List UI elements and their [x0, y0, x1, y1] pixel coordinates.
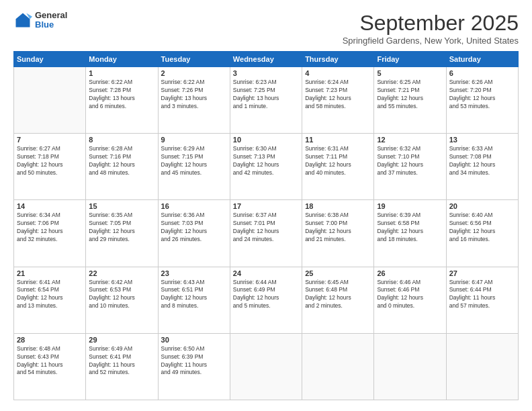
day-number: 24	[233, 269, 299, 277]
calendar-cell: 24Sunrise: 6:44 AMSunset: 6:49 PMDayligh…	[230, 267, 302, 333]
cell-info: Sunrise: 6:22 AMSunset: 7:28 PMDaylight:…	[89, 79, 154, 111]
cell-info: Sunrise: 6:27 AMSunset: 7:18 PMDaylight:…	[17, 145, 83, 177]
day-number: 12	[377, 136, 443, 144]
day-number: 14	[17, 202, 83, 210]
calendar-week-row: 7Sunrise: 6:27 AMSunset: 7:18 PMDaylight…	[14, 134, 519, 200]
location: Springfield Gardens, New York, United St…	[343, 36, 519, 46]
calendar-week-row: 21Sunrise: 6:41 AMSunset: 6:54 PMDayligh…	[14, 267, 519, 333]
day-number: 4	[305, 69, 371, 77]
weekday-header: Wednesday	[230, 52, 302, 67]
logo-text: General Blue	[35, 11, 67, 30]
logo-general: General	[35, 11, 67, 20]
cell-info: Sunrise: 6:26 AMSunset: 7:20 PMDaylight:…	[449, 79, 515, 111]
day-number: 21	[17, 269, 83, 277]
calendar-cell: 17Sunrise: 6:37 AMSunset: 7:01 PMDayligh…	[230, 200, 302, 267]
cell-info: Sunrise: 6:44 AMSunset: 6:49 PMDaylight:…	[233, 279, 299, 311]
day-number: 6	[449, 69, 515, 77]
weekday-header: Sunday	[14, 52, 86, 67]
day-number: 20	[449, 202, 515, 210]
cell-info: Sunrise: 6:22 AMSunset: 7:26 PMDaylight:…	[161, 79, 227, 111]
calendar-cell	[302, 333, 374, 400]
calendar-cell: 9Sunrise: 6:29 AMSunset: 7:15 PMDaylight…	[158, 134, 230, 200]
cell-info: Sunrise: 6:35 AMSunset: 7:05 PMDaylight:…	[89, 212, 154, 244]
day-number: 9	[161, 136, 227, 144]
logo-icon	[13, 11, 32, 30]
weekday-header: Saturday	[446, 52, 518, 67]
day-number: 15	[89, 202, 154, 210]
calendar-cell: 21Sunrise: 6:41 AMSunset: 6:54 PMDayligh…	[14, 267, 86, 333]
day-number: 25	[305, 269, 371, 277]
day-number: 29	[89, 336, 154, 344]
calendar-cell: 3Sunrise: 6:23 AMSunset: 7:25 PMDaylight…	[230, 67, 302, 134]
day-number: 19	[377, 202, 443, 210]
cell-info: Sunrise: 6:50 AMSunset: 6:39 PMDaylight:…	[161, 345, 227, 377]
day-number: 26	[377, 269, 443, 277]
cell-info: Sunrise: 6:23 AMSunset: 7:25 PMDaylight:…	[233, 79, 299, 111]
weekday-header: Tuesday	[158, 52, 230, 67]
calendar-cell: 22Sunrise: 6:42 AMSunset: 6:53 PMDayligh…	[86, 267, 158, 333]
page: General Blue September 2025 Springfield …	[0, 0, 532, 411]
calendar-cell: 16Sunrise: 6:36 AMSunset: 7:03 PMDayligh…	[158, 200, 230, 267]
day-number: 27	[449, 269, 515, 277]
day-number: 11	[305, 136, 371, 144]
day-number: 17	[233, 202, 299, 210]
calendar-cell: 12Sunrise: 6:32 AMSunset: 7:10 PMDayligh…	[374, 134, 446, 200]
cell-info: Sunrise: 6:49 AMSunset: 6:41 PMDaylight:…	[89, 345, 154, 377]
cell-info: Sunrise: 6:48 AMSunset: 6:43 PMDaylight:…	[17, 345, 83, 377]
cell-info: Sunrise: 6:37 AMSunset: 7:01 PMDaylight:…	[233, 212, 299, 244]
cell-info: Sunrise: 6:36 AMSunset: 7:03 PMDaylight:…	[161, 212, 227, 244]
calendar-cell: 28Sunrise: 6:48 AMSunset: 6:43 PMDayligh…	[14, 333, 86, 400]
calendar-cell: 27Sunrise: 6:47 AMSunset: 6:44 PMDayligh…	[446, 267, 518, 333]
day-number: 23	[161, 269, 227, 277]
calendar-cell: 13Sunrise: 6:33 AMSunset: 7:08 PMDayligh…	[446, 134, 518, 200]
month-title: September 2025	[343, 11, 519, 36]
weekday-header: Friday	[374, 52, 446, 67]
day-number: 5	[377, 69, 443, 77]
weekday-header-row: SundayMondayTuesdayWednesdayThursdayFrid…	[14, 52, 519, 67]
calendar-cell	[230, 333, 302, 400]
day-number: 28	[17, 336, 83, 344]
calendar-cell: 30Sunrise: 6:50 AMSunset: 6:39 PMDayligh…	[158, 333, 230, 400]
logo: General Blue	[13, 11, 67, 30]
day-number: 30	[161, 336, 227, 344]
cell-info: Sunrise: 6:31 AMSunset: 7:11 PMDaylight:…	[305, 145, 371, 177]
day-number: 2	[161, 69, 227, 77]
calendar-cell	[14, 67, 86, 134]
calendar-cell: 18Sunrise: 6:38 AMSunset: 7:00 PMDayligh…	[302, 200, 374, 267]
calendar-cell: 29Sunrise: 6:49 AMSunset: 6:41 PMDayligh…	[86, 333, 158, 400]
day-number: 1	[89, 69, 154, 77]
logo-blue: Blue	[35, 20, 67, 30]
day-number: 7	[17, 136, 83, 144]
calendar-cell: 4Sunrise: 6:24 AMSunset: 7:23 PMDaylight…	[302, 67, 374, 134]
calendar-cell	[374, 333, 446, 400]
calendar-cell: 25Sunrise: 6:45 AMSunset: 6:48 PMDayligh…	[302, 267, 374, 333]
cell-info: Sunrise: 6:46 AMSunset: 6:46 PMDaylight:…	[377, 279, 443, 311]
calendar-cell: 10Sunrise: 6:30 AMSunset: 7:13 PMDayligh…	[230, 134, 302, 200]
day-number: 10	[233, 136, 299, 144]
cell-info: Sunrise: 6:34 AMSunset: 7:06 PMDaylight:…	[17, 212, 83, 244]
calendar-cell: 5Sunrise: 6:25 AMSunset: 7:21 PMDaylight…	[374, 67, 446, 134]
cell-info: Sunrise: 6:28 AMSunset: 7:16 PMDaylight:…	[89, 145, 154, 177]
title-block: September 2025 Springfield Gardens, New …	[343, 11, 519, 46]
cell-info: Sunrise: 6:42 AMSunset: 6:53 PMDaylight:…	[89, 279, 154, 311]
calendar-cell: 20Sunrise: 6:40 AMSunset: 6:56 PMDayligh…	[446, 200, 518, 267]
calendar-cell: 2Sunrise: 6:22 AMSunset: 7:26 PMDaylight…	[158, 67, 230, 134]
cell-info: Sunrise: 6:33 AMSunset: 7:08 PMDaylight:…	[449, 145, 515, 177]
cell-info: Sunrise: 6:25 AMSunset: 7:21 PMDaylight:…	[377, 79, 443, 111]
cell-info: Sunrise: 6:39 AMSunset: 6:58 PMDaylight:…	[377, 212, 443, 244]
cell-info: Sunrise: 6:32 AMSunset: 7:10 PMDaylight:…	[377, 145, 443, 177]
cell-info: Sunrise: 6:43 AMSunset: 6:51 PMDaylight:…	[161, 279, 227, 311]
calendar-cell	[446, 333, 518, 400]
calendar-cell: 23Sunrise: 6:43 AMSunset: 6:51 PMDayligh…	[158, 267, 230, 333]
weekday-header: Monday	[86, 52, 158, 67]
cell-info: Sunrise: 6:38 AMSunset: 7:00 PMDaylight:…	[305, 212, 371, 244]
calendar-week-row: 1Sunrise: 6:22 AMSunset: 7:28 PMDaylight…	[14, 67, 519, 134]
calendar-cell: 1Sunrise: 6:22 AMSunset: 7:28 PMDaylight…	[86, 67, 158, 134]
calendar-cell: 15Sunrise: 6:35 AMSunset: 7:05 PMDayligh…	[86, 200, 158, 267]
calendar-cell: 11Sunrise: 6:31 AMSunset: 7:11 PMDayligh…	[302, 134, 374, 200]
cell-info: Sunrise: 6:40 AMSunset: 6:56 PMDaylight:…	[449, 212, 515, 244]
cell-info: Sunrise: 6:45 AMSunset: 6:48 PMDaylight:…	[305, 279, 371, 311]
day-number: 22	[89, 269, 154, 277]
calendar-table: SundayMondayTuesdayWednesdayThursdayFrid…	[13, 51, 519, 400]
day-number: 3	[233, 69, 299, 77]
